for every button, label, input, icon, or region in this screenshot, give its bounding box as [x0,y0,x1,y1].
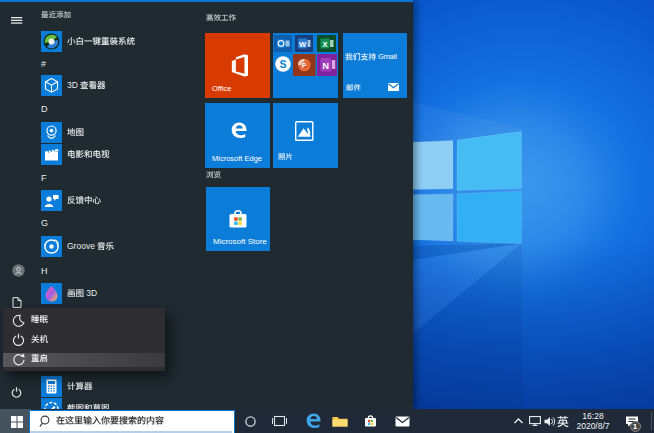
svg-text:W: W [299,40,307,49]
svg-text:P: P [302,61,307,68]
svg-text:S: S [279,58,286,70]
svg-text:N: N [322,60,329,70]
svg-text:X: X [322,40,327,49]
